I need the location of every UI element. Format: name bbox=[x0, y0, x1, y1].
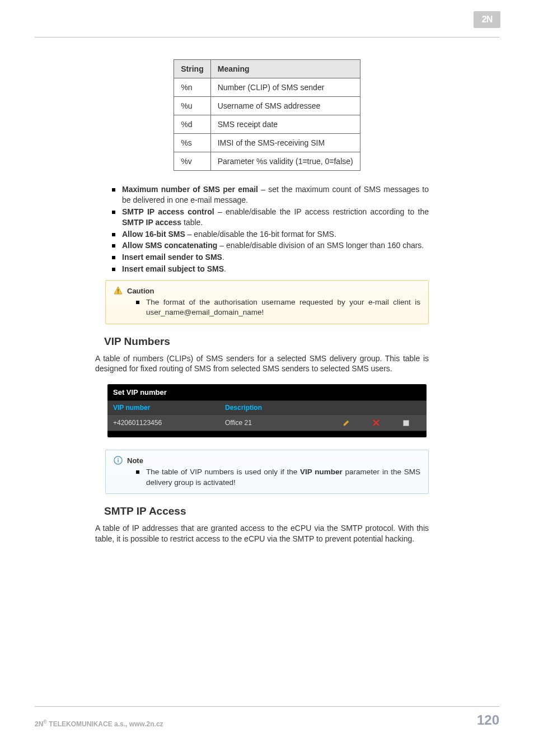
item-strong: Allow SMS concatenating bbox=[122, 241, 217, 250]
table-row: %s IMSI of the SMS-receiving SIM bbox=[174, 134, 360, 152]
svg-rect-1 bbox=[118, 289, 119, 292]
note-strong: VIP number bbox=[300, 468, 343, 476]
list-item: Allow 16-bit SMS – enable/disable the 16… bbox=[112, 229, 429, 240]
vip-number-table: Set VIP number VIP number Description +4… bbox=[107, 384, 427, 437]
vip-table-title: Set VIP number bbox=[107, 384, 427, 400]
item-text: table. bbox=[181, 218, 203, 227]
svg-rect-3 bbox=[403, 420, 409, 426]
svg-rect-2 bbox=[118, 292, 119, 293]
cell-meaning: SMS receipt date bbox=[210, 115, 360, 134]
add-icon[interactable] bbox=[401, 418, 411, 428]
delete-icon[interactable] bbox=[371, 418, 381, 428]
cell-string: %v bbox=[174, 152, 210, 171]
item-strong: Maximum number of SMS per email bbox=[122, 185, 258, 194]
cell-meaning: Parameter %s validity (1=true, 0=false) bbox=[210, 152, 360, 171]
section-paragraph: A table of IP addresses that are granted… bbox=[95, 523, 429, 544]
item-text: . bbox=[224, 264, 226, 273]
feature-list: Maximum number of SMS per email – set th… bbox=[95, 184, 439, 274]
item-text: – enable/disable the IP access restricti… bbox=[214, 207, 429, 216]
cell-meaning: Username of SMS addressee bbox=[210, 97, 360, 115]
callout-item: The format of the authorisation username… bbox=[136, 297, 420, 318]
brand-logo: 2N bbox=[474, 11, 500, 28]
cell-string: %u bbox=[174, 97, 210, 115]
table-row: %u Username of SMS addressee bbox=[174, 97, 360, 115]
footer-brand: 2N bbox=[35, 720, 43, 728]
table-row: %v Parameter %s validity (1=true, 0=fals… bbox=[174, 152, 360, 171]
edit-icon[interactable] bbox=[341, 418, 352, 428]
cell-meaning: IMSI of the SMS-receiving SIM bbox=[210, 134, 360, 152]
col-header-string: String bbox=[174, 60, 210, 78]
item-strong: SMTP IP access control bbox=[122, 207, 214, 216]
registered-mark: ® bbox=[43, 719, 47, 725]
vip-cell-description: Office 21 bbox=[219, 416, 326, 430]
vip-row: +420601123456 Office 21 bbox=[107, 414, 427, 431]
list-item: SMTP IP access control – enable/disable … bbox=[112, 207, 429, 228]
table-row: %n Number (CLIP) of SMS sender bbox=[174, 78, 360, 97]
section-heading-smtp-ip-access: SMTP IP Access bbox=[104, 505, 439, 517]
cell-string: %d bbox=[174, 115, 210, 134]
page-number: 120 bbox=[477, 712, 499, 728]
callout-title: Caution bbox=[127, 287, 154, 295]
item-strong: Insert email sender to SMS bbox=[122, 253, 222, 262]
section-paragraph: A table of numbers (CLIPs) of SMS sender… bbox=[95, 353, 429, 375]
col-header-meaning: Meaning bbox=[210, 60, 360, 78]
page-footer: 2N® TELEKOMUNIKACE a.s., www.2n.cz 120 bbox=[35, 706, 499, 728]
footer-company: 2N® TELEKOMUNIKACE a.s., www.2n.cz bbox=[35, 719, 163, 728]
vip-cell-number: +420601123456 bbox=[107, 416, 219, 430]
item-text: – enable/disable the 16-bit format for S… bbox=[185, 230, 336, 239]
warning-icon bbox=[114, 286, 123, 295]
section-heading-vip-numbers: VIP Numbers bbox=[104, 335, 439, 348]
list-item: Allow SMS concatenating – enable/disable… bbox=[112, 240, 429, 251]
item-text: – enable/disable division of an SMS long… bbox=[217, 241, 424, 250]
caution-callout: Caution The format of the authorisation … bbox=[105, 280, 429, 324]
list-item: Insert email subject to SMS. bbox=[112, 264, 429, 274]
list-item: Insert email sender to SMS. bbox=[112, 252, 429, 263]
vip-col-number: VIP number bbox=[107, 401, 219, 414]
svg-rect-5 bbox=[118, 460, 119, 463]
callout-item: The table of VIP numbers is used only if… bbox=[136, 467, 420, 487]
table-row: %d SMS receipt date bbox=[174, 115, 360, 134]
header-divider bbox=[35, 37, 499, 38]
item-text: . bbox=[222, 253, 224, 262]
info-icon bbox=[114, 456, 123, 465]
callout-title: Note bbox=[127, 456, 143, 465]
list-item: Maximum number of SMS per email – set th… bbox=[112, 184, 429, 206]
svg-rect-6 bbox=[118, 458, 119, 459]
cell-string: %s bbox=[174, 134, 210, 152]
string-meaning-table: String Meaning %n Number (CLIP) of SMS s… bbox=[174, 59, 360, 171]
vip-col-description: Description bbox=[219, 401, 326, 414]
item-strong: Insert email subject to SMS bbox=[122, 264, 224, 273]
cell-string: %n bbox=[174, 78, 210, 97]
note-text: The table of VIP numbers is used only if… bbox=[146, 468, 300, 476]
footer-company-text: TELEKOMUNIKACE a.s., www.2n.cz bbox=[47, 720, 163, 728]
item-strong: Allow 16-bit SMS bbox=[122, 230, 185, 239]
note-callout: Note The table of VIP numbers is used on… bbox=[105, 450, 429, 493]
cell-meaning: Number (CLIP) of SMS sender bbox=[210, 78, 360, 97]
item-strong-inline: SMTP IP access bbox=[122, 218, 181, 227]
